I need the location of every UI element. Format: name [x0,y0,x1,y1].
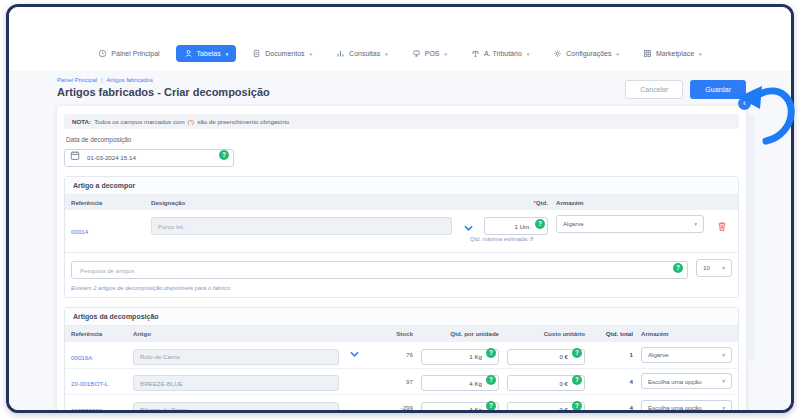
nav-item-consultas[interactable]: Consultas ▾ [328,45,396,62]
qty-per-unit-field: ? [421,372,499,392]
page-title: Artigos fabricados - Criar decomposição [57,86,270,98]
help-icon[interactable]: ? [486,375,496,385]
col-referencia: Referência [71,199,143,206]
scales-icon [471,49,480,58]
nav-item-tabelas[interactable]: Tabelas ▾ [176,45,237,62]
chevron-down-icon [350,351,359,358]
nav-label: Consultas [349,50,380,57]
nav-item-pos[interactable]: POS ▾ [404,45,455,62]
col-artigo: Artigo [133,330,339,337]
stock-value: 97 [369,378,413,385]
decomposition-date-input[interactable] [64,149,234,167]
vertical-scrollbar[interactable] [747,115,755,361]
col-custo-unitario: Custo unitário [507,330,585,337]
note-banner: NOTA: Todos os campos marcados com (*) s… [64,114,739,129]
document-icon [252,49,261,58]
warehouse-select[interactable]: Algarve ▾ [556,215,704,233]
col-designacao: Designação [151,199,452,206]
bar-chart-icon [336,49,345,58]
chevron-down-icon: ▾ [722,352,725,358]
article-reference-link[interactable]: 00016A [71,354,92,361]
nav-label: Configurações [566,50,611,57]
warehouse-select[interactable]: Escolha uma opção ▾ [641,373,732,389]
decompose-row: 00014 ? Qtd. máxima estimada: 8 Algarve … [65,210,738,252]
chevron-down-icon: ▾ [226,51,229,57]
article-reference-link[interactable]: 00014 [71,228,88,235]
note-label: NOTA: [72,118,91,125]
form-card: ‹ NOTA: Todos os campos marcados com (*)… [57,106,746,413]
expand-article-button[interactable] [347,351,361,358]
col-armazem: Armazém [556,199,704,206]
breadcrumb-separator: | [101,77,103,83]
browser-window: Painel Principal Tabelas ▾ Documentos ▾ … [6,4,794,413]
chevron-down-icon: ▾ [445,51,448,57]
page-content: Painel Principal | Artigos fabricados Ar… [9,71,791,410]
pos-terminal-icon [412,49,421,58]
article-reference-link[interactable]: 609772532 [71,407,102,413]
qty-total-value: 4 [593,404,633,411]
breadcrumb-link-painel-principal[interactable]: Painel Principal [57,77,97,83]
stock-value: -299 [369,404,413,411]
article-name-input [133,402,339,414]
help-icon[interactable]: ? [535,219,545,229]
chevron-down-icon: ▾ [699,51,702,57]
marketplace-grid-icon [643,49,652,58]
chevron-down-icon: ▾ [616,51,619,57]
cancel-button[interactable]: Cancelar [625,80,683,99]
help-icon[interactable]: ? [572,375,582,385]
gear-icon [553,49,562,58]
help-icon[interactable]: ? [486,401,496,411]
search-field: ? [71,259,688,280]
help-icon[interactable]: ? [219,150,229,160]
article-name-input [133,375,339,391]
chevron-down-icon [464,225,473,232]
nav-item-marketplace[interactable]: Marketplace ▾ [635,45,710,62]
chevron-down-icon: ▾ [694,221,697,227]
delete-row-button[interactable] [712,215,732,238]
component-row: 609772532 -299 ? ? 4 Escol [65,394,738,413]
qty-per-unit-field: ? [421,345,499,365]
col-stock: Stock [369,330,413,337]
nav-item-configuracoes[interactable]: Configurações ▾ [545,45,627,62]
nav-item-a-tributario[interactable]: A. Tributário ▾ [463,45,537,62]
article-search-input[interactable] [71,261,688,279]
save-button[interactable]: Guardar [690,80,746,99]
unit-cost-field: ? [507,345,585,365]
page-header: Painel Principal | Artigos fabricados Ar… [57,77,746,99]
nav-label: Painel Principal [111,50,159,57]
col-qtd-total: Qtd. total [593,330,633,337]
help-icon[interactable]: ? [572,401,582,411]
help-icon[interactable]: ? [486,348,496,358]
chevron-down-icon: ▾ [722,405,725,411]
main-nav: Painel Principal Tabelas ▾ Documentos ▾ … [9,7,791,71]
article-search-row: ? 10 ▾ [65,252,738,286]
article-reference-link[interactable]: 20-001BOT-L [71,380,108,387]
date-field: ? [64,146,234,167]
chevron-down-icon: ▾ [310,51,313,57]
help-icon[interactable]: ? [572,348,582,358]
section-artigos-da-decomposicao: Artigos da decomposição Referência Artig… [64,307,739,413]
expand-article-button[interactable] [460,215,476,238]
help-icon[interactable]: ? [673,263,683,273]
breadcrumb-link-artigos-fabricados[interactable]: Artigos fabricados [106,77,152,83]
qty-per-unit-field: ? [421,398,499,413]
collapse-panel-button[interactable]: ‹ [738,97,751,110]
date-field-label: Data de decomposição [66,136,739,143]
chevron-down-icon: ▾ [385,51,388,57]
nav-label: Tabelas [197,50,221,57]
note-text-before: Todos os campos marcados com [94,118,184,125]
components-column-headers: Referência Artigo Stock Qtd. por unidade… [65,326,738,341]
component-row: 00016A 76 ? ? 1 [65,341,738,368]
nav-item-documentos[interactable]: Documentos ▾ [244,45,320,62]
col-referencia: Referência [71,330,125,337]
header-actions: Cancelar Guardar [625,80,746,99]
col-armazem: Armazém [641,330,732,337]
max-quantity-hint: Qtd. máxima estimada: 8 [470,236,533,242]
warehouse-select[interactable]: Algarve ▾ [641,347,732,363]
chevron-down-icon: ▾ [527,51,530,57]
nav-item-painel-principal[interactable]: Painel Principal [90,45,167,62]
warehouse-select[interactable]: Escolha uma opção ▾ [641,400,732,413]
col-qtd: *Qtd. [484,199,548,206]
page-size-select[interactable]: 10 ▾ [696,259,732,277]
unit-cost-field: ? [507,372,585,392]
